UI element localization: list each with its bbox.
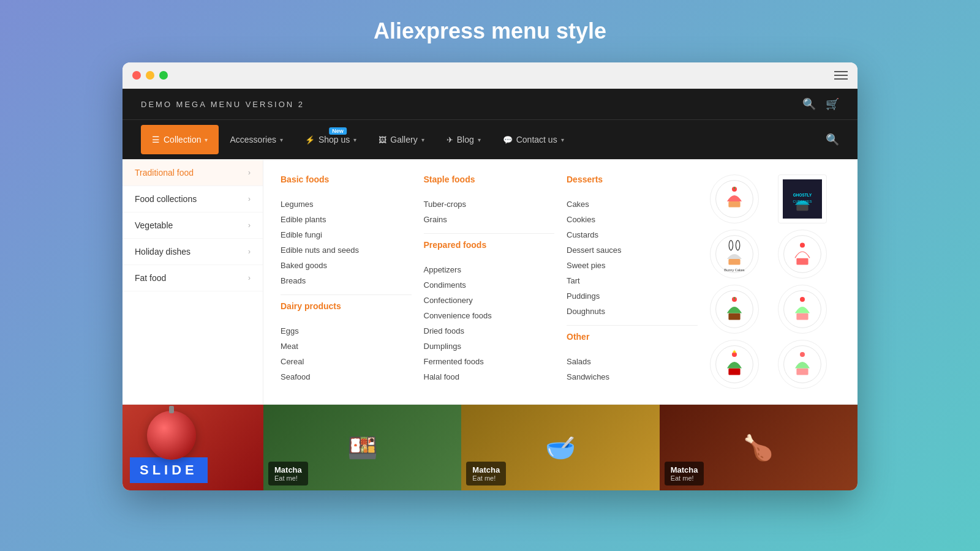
menu-item-condiments[interactable]: Condiments: [424, 277, 555, 293]
arrow-icon: ›: [248, 247, 251, 256]
sidebar-label-food-collections: Food collections: [135, 194, 197, 204]
sidebar-item-vegetable[interactable]: Vegetable ›: [123, 212, 263, 239]
menu-item-dumplings[interactable]: Dumplings: [424, 339, 555, 354]
menu-item-edible-nuts[interactable]: Edible nuts and seeds: [281, 242, 412, 258]
sidebar-item-fat-food[interactable]: Fat food ›: [123, 265, 263, 291]
svg-rect-24: [728, 368, 740, 375]
menu-item-confectionery[interactable]: Confectionery: [424, 293, 555, 308]
logo-holiday-cupcake-2[interactable]: [778, 340, 827, 389]
nav-item-accessories[interactable]: Accessories ▾: [219, 125, 293, 154]
menu-item-edible-plants[interactable]: Edible plants: [281, 212, 412, 227]
logo-green-cupcake-2[interactable]: [778, 285, 827, 334]
food-card-sub-3: Eat me!: [671, 474, 698, 482]
page-title: Aliexpress menu style: [374, 18, 606, 44]
svg-rect-28: [797, 368, 809, 375]
logo-bunny-cakes[interactable]: Bunny Cakes: [710, 230, 759, 279]
bottom-area: SLIDE 🍱 Matcha Eat me! 🥣 Matcha Eat me! …: [123, 404, 858, 490]
sidebar-item-traditional-food[interactable]: Traditional food ›: [123, 160, 263, 186]
svg-text:Bunny Cakes: Bunny Cakes: [724, 268, 744, 272]
svg-rect-21: [797, 313, 809, 320]
logo-ghostly-cupcakes[interactable]: GHOSTLY CUPCAKES: [778, 174, 827, 223]
food-card-matcha-1[interactable]: 🍱 Matcha Eat me!: [263, 405, 461, 490]
menu-item-halal-food[interactable]: Halal food: [424, 369, 555, 384]
menu-item-legumes[interactable]: Legumes: [281, 197, 412, 212]
arrow-icon: ›: [248, 221, 251, 230]
svg-text:GHOSTLY: GHOSTLY: [793, 193, 812, 197]
dot-yellow[interactable]: [146, 71, 154, 80]
sidebar-item-holiday-dishes[interactable]: Holiday dishes ›: [123, 239, 263, 265]
badge-new: New: [329, 127, 347, 135]
cart-icon[interactable]: 🛒: [826, 97, 839, 111]
menu-item-fermented-foods[interactable]: Fermented foods: [424, 354, 555, 369]
food-card-matcha-3[interactable]: 🍗 Matcha Eat me!: [660, 405, 858, 490]
menu-item-puddings[interactable]: Puddings: [567, 288, 698, 304]
menu-item-tart[interactable]: Tart: [567, 273, 698, 288]
menu-item-sandwiches[interactable]: Sandwiches: [567, 369, 698, 384]
menu-item-appetizers[interactable]: Appetizers: [424, 262, 555, 277]
nav-item-contact[interactable]: 💬 Contact us ▾: [492, 125, 575, 154]
nav-label-gallery: Gallery: [390, 135, 417, 144]
browser-window: DEMO MEGA MENU VERSION 2 🔍 🛒 ☰ Collectio…: [123, 62, 858, 490]
slide-label: SLIDE: [130, 457, 208, 483]
logo-cupcake-house-1[interactable]: [710, 174, 759, 223]
menu-item-baked-goods[interactable]: Baked goods: [281, 258, 412, 273]
svg-rect-1: [728, 201, 740, 208]
dot-red[interactable]: [132, 71, 141, 80]
food-card-title-1: Matcha: [274, 465, 302, 474]
menu-item-cakes[interactable]: Cakes: [567, 197, 698, 212]
menu-item-tuber-crops[interactable]: Tuber-crops: [424, 197, 555, 212]
nav-search-icon[interactable]: 🔍: [826, 133, 839, 146]
logo-green-cupcake-1[interactable]: [710, 285, 759, 334]
food-card-title-2: Matcha: [472, 465, 500, 474]
menu-item-cookies[interactable]: Cookies: [567, 212, 698, 227]
chevron-icon-blog: ▾: [478, 137, 481, 143]
menu-item-eggs[interactable]: Eggs: [281, 323, 412, 339]
nav-label-contact: Contact us: [516, 135, 557, 144]
menu-item-custards[interactable]: Custards: [567, 227, 698, 242]
navbar-top: DEMO MEGA MENU VERSION 2 🔍 🛒: [123, 89, 858, 119]
menu-item-sweet-pies[interactable]: Sweet pies: [567, 258, 698, 273]
svg-rect-4: [783, 179, 822, 219]
menu-item-seafood[interactable]: Seafood: [281, 369, 412, 384]
arrow-icon: ›: [248, 274, 251, 282]
menu-column-2: Staple foods Tuber-crops Grains Prepared…: [424, 174, 555, 389]
food-card-matcha-2[interactable]: 🥣 Matcha Eat me!: [461, 405, 659, 490]
category-title-staple: Staple foods: [424, 174, 555, 189]
search-icon[interactable]: 🔍: [802, 97, 816, 111]
nav-item-blog[interactable]: ✈ Blog ▾: [435, 125, 492, 154]
nav-label-shopus: Shop us: [318, 135, 350, 144]
menu-item-grains[interactable]: Grains: [424, 212, 555, 227]
logo-cupcake-house-2[interactable]: [778, 230, 827, 279]
nav-item-shopus[interactable]: New ⚡ Shop us ▾: [294, 125, 368, 154]
chevron-icon-contact: ▾: [561, 137, 564, 143]
menu-item-edible-fungi[interactable]: Edible fungi: [281, 227, 412, 242]
menu-item-dessert-sauces[interactable]: Dessert sauces: [567, 242, 698, 258]
dot-green[interactable]: [159, 71, 168, 80]
nav-label-collection: Collection: [164, 135, 201, 144]
browser-chrome: [123, 62, 858, 89]
sidebar-item-food-collections[interactable]: Food collections ›: [123, 186, 263, 212]
svg-point-15: [800, 243, 805, 248]
menu-item-dried-foods[interactable]: Dried foods: [424, 323, 555, 339]
logo-holiday-cupcake-1[interactable]: [710, 340, 759, 389]
navbar-top-icons: 🔍 🛒: [802, 97, 839, 111]
category-title-desserts: Desserts: [567, 174, 698, 189]
category-title-prepared: Prepared foods: [424, 240, 555, 255]
food-card-title-3: Matcha: [671, 465, 698, 474]
menu-item-convenience-foods[interactable]: Convenience foods: [424, 308, 555, 323]
svg-rect-11: [728, 259, 740, 265]
nav-item-gallery[interactable]: 🖼 Gallery ▾: [368, 125, 435, 154]
svg-rect-3: [734, 187, 735, 189]
menu-column-1: Basic foods Legumes Edible plants Edible…: [281, 174, 412, 389]
hamburger-icon[interactable]: [834, 71, 848, 80]
chevron-icon-gallery: ▾: [421, 137, 424, 143]
chevron-icon-accessories: ▾: [280, 137, 283, 143]
menu-item-cereal[interactable]: Cereal: [281, 354, 412, 369]
menu-item-meat[interactable]: Meat: [281, 339, 412, 354]
category-title-basic-foods: Basic foods: [281, 174, 412, 189]
menu-item-breads[interactable]: Breads: [281, 273, 412, 288]
menu-item-salads[interactable]: Salads: [567, 354, 698, 369]
menu-item-doughnuts[interactable]: Doughnuts: [567, 304, 698, 319]
svg-point-29: [800, 352, 805, 357]
nav-item-collection[interactable]: ☰ Collection ▾: [141, 125, 219, 154]
